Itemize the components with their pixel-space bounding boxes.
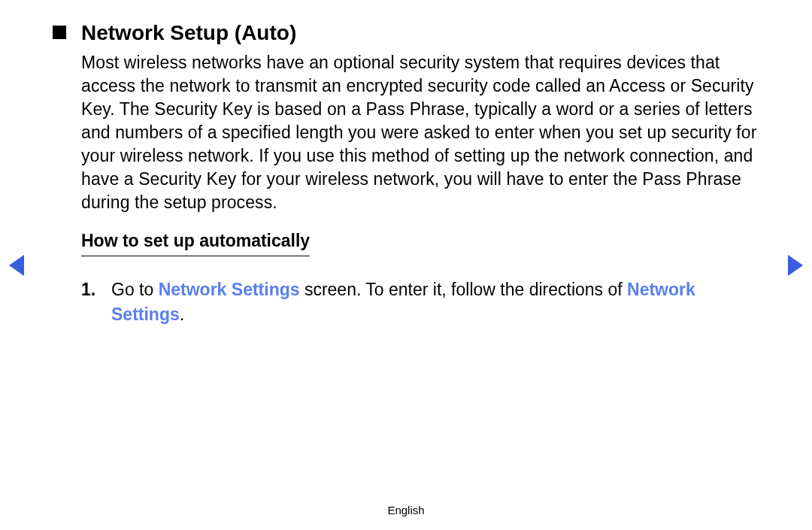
step-row: 1. Go to Network Settings screen. To ent… [81,277,759,326]
next-page-arrow-icon[interactable] [788,255,803,276]
network-settings-link-1[interactable]: Network Settings [159,280,300,299]
section-heading: Network Setup (Auto) [81,21,296,45]
sub-heading: How to set up automatically [81,231,310,256]
step-mid: screen. To enter it, follow the directio… [300,280,628,299]
footer-language: English [0,504,812,516]
bullet-square-icon [53,26,66,39]
step-prefix: Go to [111,280,159,299]
step-number: 1. [81,277,111,326]
section-heading-row: Network Setup (Auto) [53,21,759,45]
step-suffix: . [180,304,184,324]
step-text: Go to Network Settings screen. To enter … [111,277,759,326]
body-paragraph: Most wireless networks have an optional … [81,51,759,214]
previous-page-arrow-icon[interactable] [9,255,24,276]
